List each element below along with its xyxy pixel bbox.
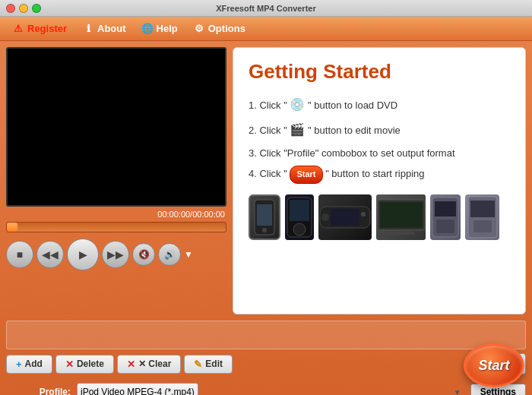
- menubar: ⚠ Register ℹ About 🌐 Help ⚙ Options: [0, 17, 532, 41]
- svg-rect-14: [435, 201, 456, 216]
- select-arrow-icon: ▼: [454, 388, 461, 396]
- stop-icon: ■: [17, 248, 23, 261]
- next-icon: ▶▶: [107, 248, 124, 261]
- time-display: 00:00:00/00:00:00: [6, 210, 226, 219]
- device-iphone: [249, 194, 280, 240]
- progress-fill: [7, 223, 17, 232]
- options-icon: ⚙: [193, 23, 205, 35]
- help-icon: 🌐: [141, 23, 154, 35]
- maximize-button[interactable]: [32, 4, 41, 13]
- svg-rect-7: [331, 209, 359, 226]
- volume-button[interactable]: 🔇: [132, 243, 155, 266]
- file-list[interactable]: [6, 321, 526, 349]
- menu-item-about[interactable]: ℹ About: [76, 21, 132, 37]
- help-label: Help: [157, 23, 178, 34]
- prev-button[interactable]: ◀◀: [36, 241, 64, 268]
- device-images: [249, 194, 510, 240]
- progress-bar[interactable]: [6, 222, 226, 232]
- next-button[interactable]: ▶▶: [102, 241, 129, 268]
- about-icon: ℹ: [82, 23, 94, 35]
- video-screen: [6, 47, 226, 207]
- bottom-bar: Profile: iPod Video MPEG-4 (*.mp4) ▼ Set…: [0, 378, 532, 395]
- window-title: XFreesoft MP4 Converter: [216, 4, 315, 13]
- svg-point-8: [321, 213, 329, 221]
- add-label: Add: [25, 359, 43, 369]
- add-icon: +: [16, 359, 22, 370]
- menu-item-help[interactable]: 🌐 Help: [135, 21, 184, 37]
- step-4: 4. Click " Start " button to start rippi…: [249, 165, 510, 184]
- device-psp: [318, 194, 372, 240]
- svg-point-5: [293, 223, 306, 235]
- svg-rect-17: [470, 201, 495, 217]
- edit-label: Edit: [205, 359, 223, 369]
- play-icon: ▶: [79, 248, 87, 261]
- titlebar: XFreesoft MP4 Converter: [0, 0, 532, 17]
- device-phone1: [430, 194, 461, 240]
- left-panel: 00:00:00/00:00:00 ■ ◀◀ ▶ ▶▶ 🔇 🔊 ▼: [6, 47, 226, 314]
- profile-select[interactable]: iPod Video MPEG-4 (*.mp4): [77, 383, 198, 395]
- minimize-button[interactable]: [19, 4, 28, 13]
- start-label: Start: [478, 358, 509, 374]
- step-1: 1. Click " 💿 " button to load DVD: [249, 94, 510, 116]
- action-bar: + Add ✕ Delete ✕ ✕ Clear ✎ Edit ▲ ▼: [0, 349, 532, 378]
- device-phone2: [465, 194, 499, 240]
- window-controls[interactable]: [6, 4, 41, 13]
- prev-icon: ◀◀: [42, 248, 59, 261]
- device-ipod: [285, 194, 314, 240]
- step-1-text: 1. Click " 💿 " button to load DVD: [249, 94, 397, 116]
- svg-rect-4: [290, 200, 309, 221]
- delete-button[interactable]: ✕ Delete: [55, 355, 114, 374]
- speaker-icon: 🔊: [164, 249, 176, 260]
- step-4-text: 4. Click " Start " button to start rippi…: [249, 165, 425, 184]
- menu-item-options[interactable]: ⚙ Options: [187, 21, 252, 37]
- profile-row: Profile: iPod Video MPEG-4 (*.mp4) ▼ Set…: [6, 383, 526, 395]
- svg-rect-11: [380, 202, 423, 228]
- delete-label: Delete: [77, 359, 104, 369]
- step-2-text: 2. Click " 🎬 " button to edit movie: [249, 119, 401, 141]
- svg-point-9: [361, 212, 366, 216]
- svg-rect-18: [473, 220, 492, 232]
- menu-item-register[interactable]: ⚠ Register: [6, 21, 73, 37]
- stop-button[interactable]: ■: [6, 241, 33, 268]
- register-icon: ⚠: [12, 23, 24, 35]
- device-video: [376, 194, 426, 240]
- options-label: Options: [208, 23, 245, 34]
- profile-select-wrapper[interactable]: iPod Video MPEG-4 (*.mp4) ▼: [77, 383, 464, 395]
- profile-label: Profile:: [6, 387, 71, 395]
- step-3: 3. Click "Profile" combobox to set outpu…: [249, 144, 510, 162]
- step-2: 2. Click " 🎬 " button to edit movie: [249, 119, 510, 141]
- svg-rect-1: [257, 204, 272, 226]
- speaker-button[interactable]: 🔊: [158, 243, 181, 266]
- volume-dropdown[interactable]: ▼: [184, 249, 193, 260]
- play-button[interactable]: ▶: [67, 239, 99, 270]
- delete-icon: ✕: [65, 359, 74, 370]
- action-buttons-left: + Add ✕ Delete ✕ ✕ Clear ✎ Edit: [6, 355, 233, 374]
- step-3-text: 3. Click "Profile" combobox to set outpu…: [249, 144, 455, 162]
- clear-label: ✕ Clear: [138, 359, 171, 369]
- main-content: 00:00:00/00:00:00 ■ ◀◀ ▶ ▶▶ 🔇 🔊 ▼: [0, 41, 532, 321]
- edit-icon: ✎: [194, 359, 202, 370]
- edit-movie-icon: 🎬: [290, 123, 305, 136]
- start-badge: Start: [290, 166, 322, 184]
- register-label: Register: [27, 23, 67, 34]
- step-list: 1. Click " 💿 " button to load DVD 2. Cli…: [249, 94, 510, 184]
- volume-icon: 🔇: [138, 249, 150, 260]
- svg-point-2: [262, 228, 267, 232]
- svg-rect-15: [436, 220, 454, 233]
- player-controls: ■ ◀◀ ▶ ▶▶ 🔇 🔊 ▼: [6, 239, 226, 270]
- svg-rect-12: [388, 232, 414, 235]
- right-panel: Getting Started 1. Click " 💿 " button to…: [233, 47, 526, 314]
- close-button[interactable]: [6, 4, 15, 13]
- about-label: About: [97, 23, 126, 34]
- edit-button[interactable]: ✎ Edit: [184, 355, 233, 374]
- clear-button[interactable]: ✕ ✕ Clear: [117, 355, 181, 374]
- clear-icon: ✕: [127, 359, 135, 370]
- start-button[interactable]: Start: [464, 343, 524, 387]
- add-button[interactable]: + Add: [6, 355, 52, 374]
- dvd-icon: 💿: [290, 98, 305, 111]
- getting-started-title: Getting Started: [249, 60, 510, 84]
